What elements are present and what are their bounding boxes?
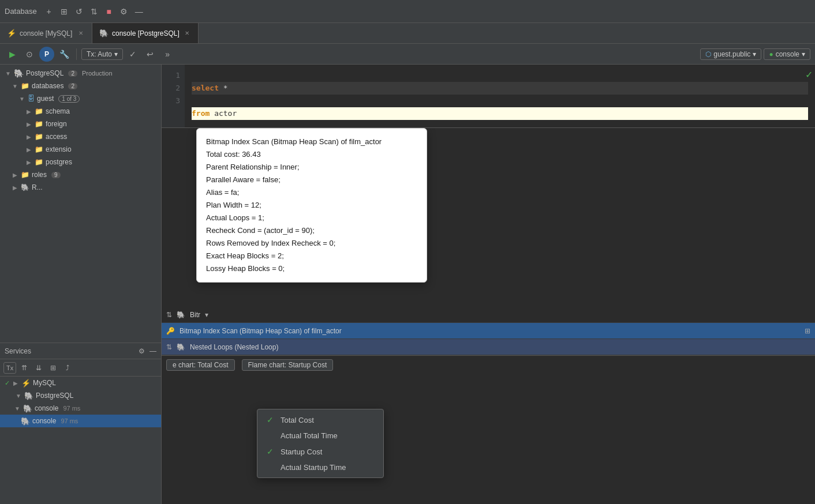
- services-toolbar: Tx ⇈ ⇊ ⊞ ⤴: [0, 359, 161, 377]
- ctx-actual-startup-time[interactable]: Actual Startup Time: [257, 460, 383, 475]
- stop-icon[interactable]: ■: [103, 5, 115, 18]
- code-editor: 1 2 3 select * from actor join film_acto…: [162, 65, 815, 128]
- check-button[interactable]: ✓: [125, 47, 140, 62]
- console-dropdown[interactable]: ● console ▾: [764, 48, 810, 60]
- services-tree: ✓ ▶ ⚡ MySQL ▼ 🐘 PostgreSQL ▼ 🐘 console: [0, 377, 161, 504]
- result-row-2[interactable]: ⇅ 🐘 Nested Loops (Nested Loop): [162, 339, 815, 355]
- postgres-arrow: ▶: [25, 159, 32, 166]
- services-title: Services: [5, 347, 139, 355]
- schemas-arrow: ▶: [25, 108, 32, 115]
- svc-console1-arrow: ▼: [14, 405, 21, 412]
- flame-total-cost-btn[interactable]: e chart: Total Cost: [166, 359, 235, 371]
- svc-pg-arrow: ▼: [15, 393, 22, 399]
- svc-item-console2[interactable]: 🐘 console 97 ms: [0, 415, 161, 427]
- result-row-1-table-icon: ⊞: [805, 327, 810, 335]
- undo-button[interactable]: ↩: [143, 47, 158, 62]
- guest-arrow: ▼: [18, 96, 25, 102]
- tree-item-databases[interactable]: ▼ 📁 databases 2: [0, 80, 161, 92]
- svc-align2-icon[interactable]: ⇊: [32, 362, 45, 374]
- tree-item-extensio[interactable]: ▶ 📁 extensio: [0, 143, 161, 156]
- ctx-total-cost[interactable]: ✓ Total Cost: [257, 412, 383, 428]
- flame-startup-btn[interactable]: Flame chart: Startup Cost: [242, 359, 334, 371]
- mysql-tab-label: console [MySQL]: [20, 29, 72, 37]
- pg-tree-badge: 2: [68, 70, 77, 77]
- tooltip-line-5: Plan Width = 12;: [206, 199, 417, 212]
- ctx-actual-total-time-label: Actual Total Time: [281, 431, 338, 440]
- tree-item-foreign[interactable]: ▶ 📁 foreign: [0, 118, 161, 130]
- flame-startup-label: Flame chart: Startup Cost: [248, 361, 327, 369]
- ctx-startup-cost[interactable]: ✓ Startup Cost: [257, 443, 383, 460]
- result-row-2-icon: ⇅: [166, 343, 172, 351]
- tab-mysql[interactable]: ⚡ console [MySQL] ✕: [0, 23, 92, 43]
- svc-item-postgresql[interactable]: ▼ 🐘 PostgreSQL: [0, 389, 161, 402]
- settings-icon[interactable]: ⚙: [118, 5, 130, 18]
- guest-icon: 🗄: [28, 95, 35, 103]
- databases-arrow: ▼: [12, 83, 18, 89]
- services-panel: Services ⚙ — Tx ⇈ ⇊ ⊞ ⤴ ✓ ▶ ⚡ MySQL: [0, 343, 161, 504]
- config-button[interactable]: 🔧: [57, 47, 72, 62]
- roles-badge: 9: [51, 172, 61, 178]
- svc-grid-icon[interactable]: ⊞: [47, 362, 59, 374]
- svc-item-console1[interactable]: ▼ 🐘 console 97 ms: [0, 402, 161, 415]
- tree-item-roles[interactable]: ▶ 📁 roles 9: [0, 168, 161, 181]
- svc-mysql-label: MySQL: [33, 379, 56, 387]
- svc-item-mysql[interactable]: ✓ ▶ ⚡ MySQL: [0, 377, 161, 389]
- r-label: R...: [32, 183, 43, 191]
- result-row-0-label: Bitr: [190, 311, 200, 319]
- context-menu: ✓ Total Cost Actual Total Time ✓ Startup…: [257, 409, 384, 478]
- svc-export-icon[interactable]: ⤴: [61, 362, 74, 374]
- code-content[interactable]: select * from actor join film_actor fa o…: [185, 65, 815, 127]
- grid-icon[interactable]: ⊞: [58, 5, 70, 18]
- tx-dropdown[interactable]: Tx: Auto ▾: [81, 48, 123, 60]
- tree-item-schemas[interactable]: ▶ 📁 schema: [0, 105, 161, 118]
- profile-button[interactable]: P: [39, 47, 54, 62]
- tooltip-line-8: Rows Removed by Index Recheck = 0;: [206, 237, 417, 250]
- tooltip-line-6: Actual Loops = 1;: [206, 212, 417, 224]
- foreign-arrow: ▶: [25, 121, 32, 127]
- refresh-icon[interactable]: ↺: [73, 5, 85, 18]
- svc-align-icon[interactable]: ⇈: [18, 362, 31, 374]
- extensio-label: extensio: [46, 145, 72, 153]
- databases-icon: 📁: [21, 82, 29, 90]
- results-panel: Bitmap Index Scan (Bitmap Heap Scan) of …: [162, 128, 815, 504]
- more-button[interactable]: »: [160, 47, 175, 62]
- tab-postgresql[interactable]: 🐘 console [PostgreSQL] ✕: [92, 23, 199, 43]
- run-button[interactable]: ▶: [5, 47, 20, 62]
- main-layout: ▼ 🐘 PostgreSQL 2 Production ▼ 📁 database…: [0, 65, 815, 504]
- schema-db-icon: ⬡: [705, 50, 711, 58]
- toolbar: ▶ ⊙ P 🔧 Tx: Auto ▾ ✓ ↩ » ⬡ guest.public …: [0, 44, 815, 65]
- tree-item-postgres[interactable]: ▶ 📁 postgres: [0, 156, 161, 168]
- svc-console2-label: console: [32, 417, 56, 425]
- pg-tree-arrow: ▼: [5, 70, 12, 77]
- svc-console2-icon: 🐘: [21, 417, 30, 426]
- top-bar: Database + ⊞ ↺ ⇅ ■ ⚙ —: [0, 0, 815, 23]
- history-button[interactable]: ⊙: [22, 47, 37, 62]
- schema-dropdown[interactable]: ⬡ guest.public ▾: [700, 48, 761, 60]
- flame-total-label: e chart: Total Cost: [173, 361, 229, 369]
- ctx-actual-total-time[interactable]: Actual Total Time: [257, 428, 383, 443]
- svc-mysql-icon: ⚡: [21, 379, 31, 388]
- right-panel: 1 2 3 select * from actor join film_acto…: [162, 65, 815, 504]
- guest-label: guest: [37, 95, 54, 103]
- result-row-0[interactable]: ⇅ 🐘 Bitr ▾: [162, 307, 815, 323]
- pg-tree-env: Production: [82, 70, 113, 77]
- minimize-icon[interactable]: —: [133, 5, 145, 18]
- services-gear-icon[interactable]: ⚙: [139, 347, 145, 355]
- result-row-0-expand: ⇅: [166, 311, 172, 319]
- tooltip-line-1: Total cost: 36.43: [206, 148, 417, 161]
- tree-item-r[interactable]: ▶ 🐘 R...: [0, 181, 161, 194]
- svc-console1-icon: 🐘: [23, 404, 32, 413]
- pg-tab-close[interactable]: ✕: [183, 29, 191, 37]
- services-minus-icon[interactable]: —: [149, 347, 156, 355]
- schema-chevron: ▾: [753, 50, 756, 58]
- tree-item-access[interactable]: ▶ 📁 access: [0, 130, 161, 143]
- tx-chevron: ▾: [114, 50, 118, 58]
- filter-icon[interactable]: ⇅: [88, 5, 100, 18]
- tree-item-postgresql[interactable]: ▼ 🐘 PostgreSQL 2 Production: [0, 67, 161, 80]
- tree-item-guest[interactable]: ▼ 🗄 guest 1 of 3: [0, 92, 161, 105]
- add-icon[interactable]: +: [43, 5, 55, 18]
- mysql-tab-close[interactable]: ✕: [77, 29, 85, 37]
- result-row-1[interactable]: 🔑 Bitmap Index Scan (Bitmap Heap Scan) o…: [162, 323, 815, 339]
- svc-pg-label: PostgreSQL: [36, 392, 73, 400]
- tab-bar: ⚡ console [MySQL] ✕ 🐘 console [PostgreSQ…: [0, 23, 815, 44]
